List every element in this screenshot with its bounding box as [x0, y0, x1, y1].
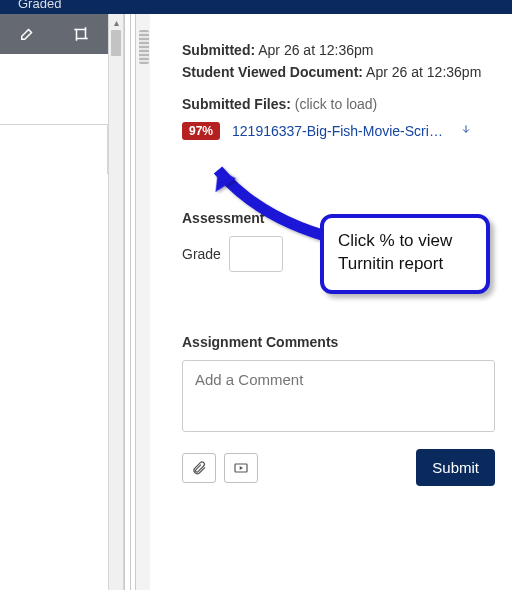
submitted-value: Apr 26 at 12:36pm [255, 42, 373, 58]
status-text: Graded [18, 0, 61, 11]
left-scrollbar[interactable]: ▴ [108, 14, 124, 590]
files-hint: (click to load) [291, 96, 377, 112]
scroll-up-icon[interactable]: ▴ [109, 14, 123, 30]
file-link[interactable]: 121916337-Big-Fish-Movie-Script.… [232, 123, 447, 139]
pane-divider[interactable] [124, 14, 150, 590]
attachment-button[interactable] [182, 453, 216, 483]
files-header: Submitted Files: (click to load) [182, 96, 495, 112]
drag-handle-icon[interactable] [139, 30, 149, 64]
media-button[interactable] [224, 453, 258, 483]
submit-button[interactable]: Submit [416, 449, 495, 486]
viewed-label: Student Viewed Document: [182, 64, 363, 80]
comments-title: Assignment Comments [182, 334, 495, 350]
app-topbar: Graded [0, 0, 512, 14]
callout-text: Click % to view Turnitin report [338, 231, 452, 273]
brush-tool[interactable] [0, 14, 54, 54]
instruction-callout: Click % to view Turnitin report [320, 214, 490, 294]
similarity-badge[interactable]: 97% [182, 122, 220, 140]
submitted-row: Submitted: Apr 26 at 12:36pm [182, 42, 495, 58]
viewed-row: Student Viewed Document: Apr 26 at 12:36… [182, 64, 495, 80]
grade-input[interactable] [229, 236, 283, 272]
download-icon[interactable] [459, 123, 473, 140]
scrollbar-thumb[interactable] [111, 30, 121, 56]
comment-input[interactable] [182, 360, 495, 432]
submitted-label: Submitted: [182, 42, 255, 58]
crop-tool[interactable] [54, 14, 108, 54]
comment-actions: Submit [182, 449, 495, 486]
submitted-file-row: 97% 121916337-Big-Fish-Movie-Script.… [182, 122, 495, 140]
comments-section: Assignment Comments Submit [182, 334, 495, 486]
viewed-value: Apr 26 at 12:36pm [363, 64, 481, 80]
files-label: Submitted Files: [182, 96, 291, 112]
grade-label: Grade [182, 246, 221, 262]
grading-panel: Submitted: Apr 26 at 12:36pm Student Vie… [150, 14, 512, 590]
document-preview-edge [0, 124, 108, 174]
annotation-toolbar [0, 14, 108, 54]
svg-rect-0 [77, 30, 86, 39]
